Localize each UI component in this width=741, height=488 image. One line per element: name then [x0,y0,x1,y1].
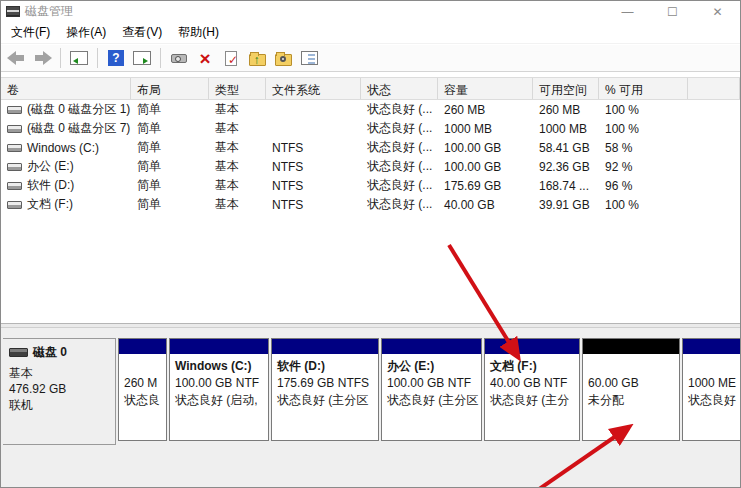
table-row[interactable]: Windows (C:) 简单 基本 NTFS 状态良好 (... 100.00… [1,138,740,157]
table-row[interactable]: 办公 (E:) 简单 基本 NTFS 状态良好 (... 100.00 GB 9… [1,157,740,176]
partition-size: 100.00 GB NTF [387,375,476,392]
partition-software-d[interactable]: 软件 (D:) 175.69 GB NTFS 状态良好 (主分区 [271,338,379,441]
toolbar-separator [97,48,98,68]
open-folder-button[interactable]: ↑ [246,47,268,69]
graphical-view-pane: 磁盘 0 基本 476.92 GB 联机 260 M 状态良 Windows (… [1,328,740,487]
disk-type: 基本 [9,365,109,381]
column-header-pct-free[interactable]: % 可用 [599,78,688,99]
cell-type: 基本 [209,120,266,137]
volume-name: Windows (C:) [27,141,99,155]
console-tree-icon [70,51,88,65]
close-button[interactable]: ✕ [695,1,740,22]
cell-free: 92.36 GB [533,160,599,174]
menu-bar: 文件(F) 操作(A) 查看(V) 帮助(H) [1,22,740,44]
cell-layout: 简单 [131,139,209,156]
cell-pct: 100 % [599,198,688,212]
cell-type: 基本 [209,158,266,175]
cell-capacity: 100.00 GB [438,141,533,155]
column-header-capacity[interactable]: 容量 [438,78,533,99]
partition-documents-f[interactable]: 文档 (F:) 40.00 GB NTF 状态良好 (主分 [484,338,580,441]
toolbar-separator [60,48,61,68]
partition-color-band [683,339,741,354]
table-row[interactable]: 文档 (F:) 简单 基本 NTFS 状态良好 (... 40.00 GB 39… [1,195,740,214]
volume-icon [7,125,22,133]
partition-windows-c[interactable]: Windows (C:) 100.00 GB NTF 状态良好 (启动, [169,338,269,441]
cell-pct: 58 % [599,141,688,155]
minimize-button[interactable]: — [605,1,650,22]
disk-size: 476.92 GB [9,381,109,397]
disk-icon [9,348,28,357]
volume-icon [7,106,22,114]
partition-color-band [119,339,166,354]
volume-name: (磁盘 0 磁盘分区 7) [27,120,130,137]
disk-0-row: 磁盘 0 基本 476.92 GB 联机 260 M 状态良 Windows (… [1,338,740,445]
toolbar: ? × ✓ ↑ [1,45,740,72]
cell-status: 状态良好 (... [361,158,438,175]
partition-size: 1000 ME [688,375,736,392]
rescan-disks-button[interactable] [168,47,190,69]
disk-0-label-panel[interactable]: 磁盘 0 基本 476.92 GB 联机 [3,338,116,445]
cell-status: 状态良好 (... [361,177,438,194]
column-header-type[interactable]: 类型 [209,78,266,99]
partition-title [588,358,674,375]
explore-folder-button[interactable] [272,47,294,69]
cell-fs: NTFS [266,141,361,155]
cell-type: 基本 [209,101,266,118]
column-header-layout[interactable]: 布局 [131,78,209,99]
partition-status: 状态良好 (主分 [490,392,574,409]
cell-pct: 100 % [599,122,688,136]
delete-x-icon: × [199,49,210,68]
back-button[interactable] [5,47,27,69]
table-row[interactable]: 软件 (D:) 简单 基本 NTFS 状态良好 (... 175.69 GB 1… [1,176,740,195]
help-button[interactable]: ? [105,47,127,69]
partition-color-band [170,339,268,354]
partition-status: 状态良好 [688,392,736,409]
partition-title: 文档 (F:) [490,358,574,375]
show-action-pane-button[interactable] [131,47,153,69]
partition-color-band [583,339,679,354]
help-icon: ? [108,50,124,66]
cell-capacity: 1000 MB [438,122,533,136]
cell-capacity: 260 MB [438,103,533,117]
partition-status: 状态良好 (主分区 [277,392,373,409]
cell-fs: NTFS [266,179,361,193]
partition-size: 40.00 GB NTF [490,375,574,392]
partition-title: 软件 (D:) [277,358,373,375]
cell-free: 1000 MB [533,122,599,136]
menu-file[interactable]: 文件(F) [3,21,58,44]
partition-size: 100.00 GB NTF [175,375,263,392]
column-header-free[interactable]: 可用空间 [533,78,599,99]
partition-color-band [485,339,579,354]
title-bar: 磁盘管理 — ☐ ✕ [1,1,740,22]
show-console-tree-button[interactable] [68,47,90,69]
table-header: 卷 布局 类型 文件系统 状态 容量 可用空间 % 可用 [1,77,740,100]
partition-color-band [272,339,378,354]
column-header-filesystem[interactable]: 文件系统 [266,78,361,99]
column-header-volume[interactable]: 卷 [1,78,131,99]
column-header-status[interactable]: 状态 [361,78,438,99]
partition-unallocated[interactable]: 60.00 GB 未分配 [582,338,680,441]
table-row[interactable]: (磁盘 0 磁盘分区 7) 简单 基本 状态良好 (... 1000 MB 10… [1,119,740,138]
mark-partition-button[interactable]: ✓ [220,47,242,69]
toolbar-separator [160,48,161,68]
cell-pct: 96 % [599,179,688,193]
menu-view[interactable]: 查看(V) [114,21,170,44]
disk-management-window: 磁盘管理 — ☐ ✕ 文件(F) 操作(A) 查看(V) 帮助(H) ? [0,0,741,488]
table-row[interactable]: (磁盘 0 磁盘分区 1) 简单 基本 状态良好 (... 260 MB 260… [1,100,740,119]
cell-layout: 简单 [131,158,209,175]
maximize-button[interactable]: ☐ [650,1,695,22]
delete-volume-button[interactable]: × [194,47,216,69]
disk-status: 联机 [9,397,109,413]
action-pane-icon [133,51,151,65]
menu-action[interactable]: 操作(A) [58,21,114,44]
partition-title [688,358,736,375]
partition-office-e[interactable]: 办公 (E:) 100.00 GB NTF 状态良好 (主分区 [381,338,482,441]
partition-1000mb[interactable]: 1000 ME 状态良好 [682,338,741,441]
partition-recovery[interactable]: 260 M 状态良 [118,338,167,441]
forward-button[interactable] [31,47,53,69]
cell-type: 基本 [209,196,266,213]
disk-name: 磁盘 0 [33,344,67,361]
menu-help[interactable]: 帮助(H) [170,21,227,44]
properties-button[interactable] [298,47,320,69]
volume-icon [7,201,22,209]
